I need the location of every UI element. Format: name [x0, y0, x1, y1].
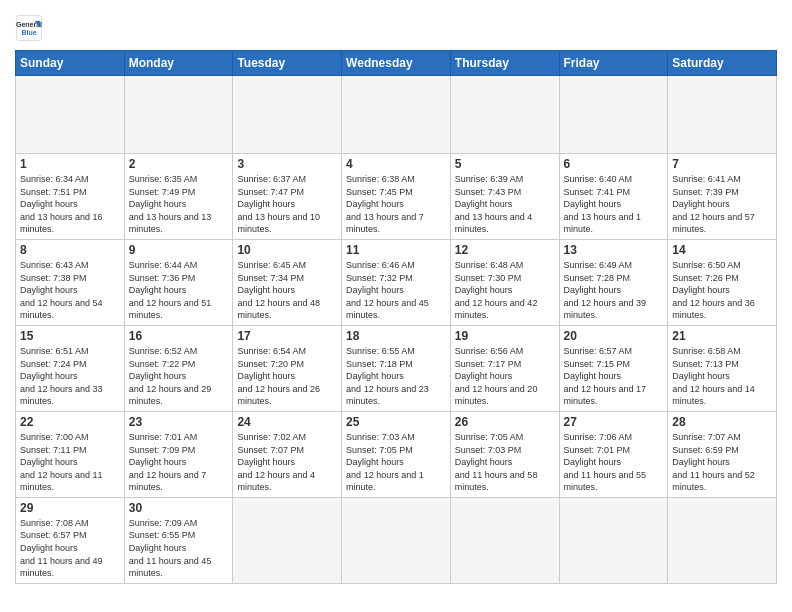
calendar-cell — [668, 76, 777, 154]
calendar-cell — [668, 497, 777, 583]
weekday-header-friday: Friday — [559, 51, 668, 76]
calendar-cell: 26 Sunrise: 7:05 AMSunset: 7:03 PMDaylig… — [450, 411, 559, 497]
calendar-cell: 16 Sunrise: 6:52 AMSunset: 7:22 PMDaylig… — [124, 325, 233, 411]
calendar-cell: 4 Sunrise: 6:38 AMSunset: 7:45 PMDayligh… — [342, 154, 451, 240]
day-number: 18 — [346, 329, 446, 343]
logo-icon: General Blue — [15, 14, 43, 42]
day-number: 1 — [20, 157, 120, 171]
weekday-header-thursday: Thursday — [450, 51, 559, 76]
day-detail: Sunrise: 7:00 AMSunset: 7:11 PMDaylight … — [20, 431, 120, 494]
day-detail: Sunrise: 7:05 AMSunset: 7:03 PMDaylight … — [455, 431, 555, 494]
day-detail: Sunrise: 7:02 AMSunset: 7:07 PMDaylight … — [237, 431, 337, 494]
day-number: 19 — [455, 329, 555, 343]
calendar-cell: 3 Sunrise: 6:37 AMSunset: 7:47 PMDayligh… — [233, 154, 342, 240]
calendar-table: SundayMondayTuesdayWednesdayThursdayFrid… — [15, 50, 777, 584]
calendar-cell: 27 Sunrise: 7:06 AMSunset: 7:01 PMDaylig… — [559, 411, 668, 497]
calendar-cell — [450, 76, 559, 154]
calendar-cell: 14 Sunrise: 6:50 AMSunset: 7:26 PMDaylig… — [668, 239, 777, 325]
calendar-cell: 19 Sunrise: 6:56 AMSunset: 7:17 PMDaylig… — [450, 325, 559, 411]
day-detail: Sunrise: 6:50 AMSunset: 7:26 PMDaylight … — [672, 259, 772, 322]
weekday-header-row: SundayMondayTuesdayWednesdayThursdayFrid… — [16, 51, 777, 76]
calendar-cell: 5 Sunrise: 6:39 AMSunset: 7:43 PMDayligh… — [450, 154, 559, 240]
day-detail: Sunrise: 6:44 AMSunset: 7:36 PMDaylight … — [129, 259, 229, 322]
day-number: 14 — [672, 243, 772, 257]
day-number: 17 — [237, 329, 337, 343]
page-container: General Blue SundayMondayTuesdayWednesda… — [0, 0, 792, 594]
calendar-cell: 23 Sunrise: 7:01 AMSunset: 7:09 PMDaylig… — [124, 411, 233, 497]
day-number: 15 — [20, 329, 120, 343]
calendar-cell: 6 Sunrise: 6:40 AMSunset: 7:41 PMDayligh… — [559, 154, 668, 240]
calendar-cell: 2 Sunrise: 6:35 AMSunset: 7:49 PMDayligh… — [124, 154, 233, 240]
calendar-cell: 22 Sunrise: 7:00 AMSunset: 7:11 PMDaylig… — [16, 411, 125, 497]
calendar-cell — [233, 76, 342, 154]
logo: General Blue — [15, 14, 47, 42]
day-number: 5 — [455, 157, 555, 171]
calendar-cell — [233, 497, 342, 583]
day-detail: Sunrise: 6:41 AMSunset: 7:39 PMDaylight … — [672, 173, 772, 236]
calendar-cell: 30 Sunrise: 7:09 AMSunset: 6:55 PMDaylig… — [124, 497, 233, 583]
calendar-week-5: 22 Sunrise: 7:00 AMSunset: 7:11 PMDaylig… — [16, 411, 777, 497]
day-number: 7 — [672, 157, 772, 171]
calendar-cell: 20 Sunrise: 6:57 AMSunset: 7:15 PMDaylig… — [559, 325, 668, 411]
calendar-cell — [559, 497, 668, 583]
calendar-cell: 13 Sunrise: 6:49 AMSunset: 7:28 PMDaylig… — [559, 239, 668, 325]
calendar-cell: 24 Sunrise: 7:02 AMSunset: 7:07 PMDaylig… — [233, 411, 342, 497]
calendar-cell: 9 Sunrise: 6:44 AMSunset: 7:36 PMDayligh… — [124, 239, 233, 325]
day-detail: Sunrise: 6:52 AMSunset: 7:22 PMDaylight … — [129, 345, 229, 408]
day-number: 11 — [346, 243, 446, 257]
header: General Blue — [15, 10, 777, 42]
day-number: 3 — [237, 157, 337, 171]
calendar-cell — [450, 497, 559, 583]
day-detail: Sunrise: 6:35 AMSunset: 7:49 PMDaylight … — [129, 173, 229, 236]
day-detail: Sunrise: 6:39 AMSunset: 7:43 PMDaylight … — [455, 173, 555, 236]
day-detail: Sunrise: 7:09 AMSunset: 6:55 PMDaylight … — [129, 517, 229, 580]
weekday-header-sunday: Sunday — [16, 51, 125, 76]
calendar-cell: 18 Sunrise: 6:55 AMSunset: 7:18 PMDaylig… — [342, 325, 451, 411]
svg-rect-0 — [16, 15, 41, 40]
day-detail: Sunrise: 6:49 AMSunset: 7:28 PMDaylight … — [564, 259, 664, 322]
calendar-week-3: 8 Sunrise: 6:43 AMSunset: 7:38 PMDayligh… — [16, 239, 777, 325]
day-number: 22 — [20, 415, 120, 429]
calendar-cell: 29 Sunrise: 7:08 AMSunset: 6:57 PMDaylig… — [16, 497, 125, 583]
calendar-cell — [342, 497, 451, 583]
calendar-cell — [559, 76, 668, 154]
day-number: 25 — [346, 415, 446, 429]
day-number: 12 — [455, 243, 555, 257]
calendar-header: SundayMondayTuesdayWednesdayThursdayFrid… — [16, 51, 777, 76]
weekday-header-saturday: Saturday — [668, 51, 777, 76]
calendar-cell: 25 Sunrise: 7:03 AMSunset: 7:05 PMDaylig… — [342, 411, 451, 497]
calendar-cell: 17 Sunrise: 6:54 AMSunset: 7:20 PMDaylig… — [233, 325, 342, 411]
calendar-cell: 11 Sunrise: 6:46 AMSunset: 7:32 PMDaylig… — [342, 239, 451, 325]
day-number: 9 — [129, 243, 229, 257]
day-detail: Sunrise: 6:48 AMSunset: 7:30 PMDaylight … — [455, 259, 555, 322]
day-detail: Sunrise: 6:37 AMSunset: 7:47 PMDaylight … — [237, 173, 337, 236]
day-detail: Sunrise: 6:51 AMSunset: 7:24 PMDaylight … — [20, 345, 120, 408]
calendar-body: 1 Sunrise: 6:34 AMSunset: 7:51 PMDayligh… — [16, 76, 777, 584]
calendar-week-4: 15 Sunrise: 6:51 AMSunset: 7:24 PMDaylig… — [16, 325, 777, 411]
weekday-header-monday: Monday — [124, 51, 233, 76]
day-detail: Sunrise: 6:56 AMSunset: 7:17 PMDaylight … — [455, 345, 555, 408]
day-number: 29 — [20, 501, 120, 515]
day-number: 27 — [564, 415, 664, 429]
day-number: 16 — [129, 329, 229, 343]
calendar-cell: 28 Sunrise: 7:07 AMSunset: 6:59 PMDaylig… — [668, 411, 777, 497]
calendar-cell: 21 Sunrise: 6:58 AMSunset: 7:13 PMDaylig… — [668, 325, 777, 411]
day-detail: Sunrise: 7:01 AMSunset: 7:09 PMDaylight … — [129, 431, 229, 494]
svg-text:Blue: Blue — [21, 29, 36, 36]
day-number: 4 — [346, 157, 446, 171]
day-detail: Sunrise: 7:06 AMSunset: 7:01 PMDaylight … — [564, 431, 664, 494]
calendar-cell: 7 Sunrise: 6:41 AMSunset: 7:39 PMDayligh… — [668, 154, 777, 240]
day-detail: Sunrise: 7:07 AMSunset: 6:59 PMDaylight … — [672, 431, 772, 494]
calendar-cell: 8 Sunrise: 6:43 AMSunset: 7:38 PMDayligh… — [16, 239, 125, 325]
day-number: 10 — [237, 243, 337, 257]
day-detail: Sunrise: 6:43 AMSunset: 7:38 PMDaylight … — [20, 259, 120, 322]
day-detail: Sunrise: 6:57 AMSunset: 7:15 PMDaylight … — [564, 345, 664, 408]
calendar-cell — [124, 76, 233, 154]
day-detail: Sunrise: 6:55 AMSunset: 7:18 PMDaylight … — [346, 345, 446, 408]
day-detail: Sunrise: 6:54 AMSunset: 7:20 PMDaylight … — [237, 345, 337, 408]
day-detail: Sunrise: 6:40 AMSunset: 7:41 PMDaylight … — [564, 173, 664, 236]
day-detail: Sunrise: 6:58 AMSunset: 7:13 PMDaylight … — [672, 345, 772, 408]
day-detail: Sunrise: 6:38 AMSunset: 7:45 PMDaylight … — [346, 173, 446, 236]
calendar-cell: 15 Sunrise: 6:51 AMSunset: 7:24 PMDaylig… — [16, 325, 125, 411]
day-detail: Sunrise: 6:45 AMSunset: 7:34 PMDaylight … — [237, 259, 337, 322]
